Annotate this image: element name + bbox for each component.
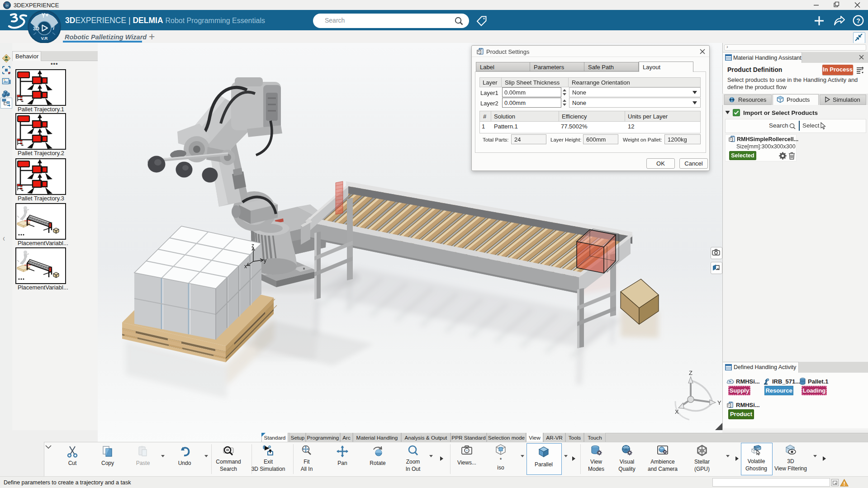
svg-text:X: X (675, 408, 679, 415)
svg-text:z: z (251, 242, 254, 249)
svg-text:Z: Z (689, 370, 693, 376)
svg-text:Y: Y (717, 399, 721, 406)
svg-text:x: x (244, 263, 247, 270)
svg-text:3D: 3D (33, 26, 39, 31)
svg-text:V.R: V.R (41, 36, 48, 41)
svg-text:?: ? (856, 17, 860, 24)
svg-text:y: y (264, 257, 266, 264)
